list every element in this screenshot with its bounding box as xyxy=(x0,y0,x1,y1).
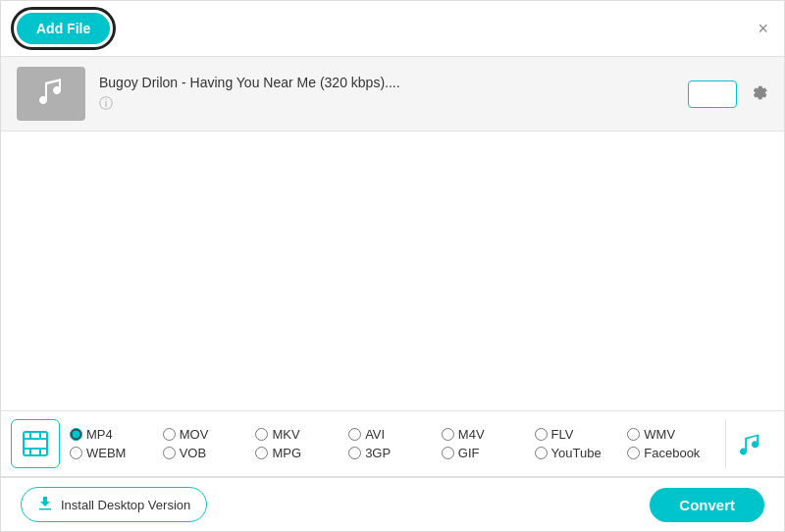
music-format-icon[interactable] xyxy=(725,419,774,468)
format-label-youtube: YouTube xyxy=(551,446,602,460)
file-actions xyxy=(688,80,768,108)
format-option-avi[interactable]: AVI xyxy=(348,427,442,442)
format-label-mpg: MPG xyxy=(272,446,301,460)
format-label-gif: GIF xyxy=(458,446,480,460)
format-radio-webm[interactable] xyxy=(70,447,82,459)
format-label-m4v: M4V xyxy=(458,427,485,442)
format-option-mp4[interactable]: MP4 xyxy=(70,427,163,442)
format-radio-mpg[interactable] xyxy=(255,447,268,459)
format-option-youtube[interactable]: YouTube xyxy=(535,446,628,460)
format-video-icon xyxy=(11,419,60,468)
format-option-vob[interactable]: VOB xyxy=(163,446,256,460)
info-icon[interactable]: ⓘ xyxy=(99,95,113,111)
format-option-flv[interactable]: FLV xyxy=(535,427,628,442)
format-option-mpg[interactable]: MPG xyxy=(255,446,348,460)
format-option-3gp[interactable]: 3GP xyxy=(348,446,442,460)
format-label-facebook: Facebook xyxy=(644,446,700,460)
format-label-vob: VOB xyxy=(180,446,206,460)
preview-button[interactable] xyxy=(688,80,737,108)
format-radio-mp4[interactable] xyxy=(70,428,82,441)
format-radio-mkv[interactable] xyxy=(255,428,268,441)
format-radio-vob[interactable] xyxy=(163,447,176,459)
format-options-grid: MP4 MOV MKV AVI M4V FLV WMV WEBM xyxy=(70,427,720,460)
format-label-avi: AVI xyxy=(365,427,385,442)
format-radio-avi[interactable] xyxy=(348,428,361,441)
format-option-wmv[interactable]: WMV xyxy=(627,427,720,442)
footer: Install Desktop Version Convert xyxy=(1,477,784,531)
format-option-mkv[interactable]: MKV xyxy=(255,427,348,442)
format-label-webm: WEBM xyxy=(86,446,126,460)
format-label-mkv: MKV xyxy=(272,427,299,442)
format-option-facebook[interactable]: Facebook xyxy=(627,446,720,460)
format-option-m4v[interactable]: M4V xyxy=(442,427,535,442)
file-row: Bugoy Drilon - Having You Near Me (320 k… xyxy=(1,57,784,132)
format-option-gif[interactable]: GIF xyxy=(442,446,535,460)
add-file-button[interactable]: Add File xyxy=(17,13,110,44)
format-option-mov[interactable]: MOV xyxy=(163,427,256,442)
format-radio-mov[interactable] xyxy=(163,428,176,441)
format-label-mov: MOV xyxy=(180,427,209,442)
svg-rect-0 xyxy=(24,432,47,455)
format-radio-gif[interactable] xyxy=(442,447,454,459)
format-label-wmv: WMV xyxy=(644,427,675,442)
format-bar: MP4 MOV MKV AVI M4V FLV WMV WEBM xyxy=(1,410,784,477)
download-icon xyxy=(37,495,53,514)
format-option-webm[interactable]: WEBM xyxy=(70,446,163,460)
close-button[interactable]: × xyxy=(758,19,768,39)
music-icon xyxy=(35,75,67,113)
format-radio-wmv[interactable] xyxy=(627,428,640,441)
format-label-mp4: MP4 xyxy=(86,427,113,442)
format-radio-flv[interactable] xyxy=(535,428,548,441)
main-content xyxy=(1,132,784,433)
format-radio-youtube[interactable] xyxy=(535,447,548,459)
file-thumbnail xyxy=(17,67,85,121)
format-label-flv: FLV xyxy=(551,427,574,442)
install-label: Install Desktop Version xyxy=(61,498,190,512)
format-radio-m4v[interactable] xyxy=(442,428,454,441)
convert-button[interactable]: Convert xyxy=(650,488,764,522)
format-radio-3gp[interactable] xyxy=(348,447,361,459)
file-name: Bugoy Drilon - Having You Near Me (320 k… xyxy=(99,75,688,90)
file-info: Bugoy Drilon - Having You Near Me (320 k… xyxy=(85,75,688,113)
header: Add File × xyxy=(1,1,784,57)
format-radio-facebook[interactable] xyxy=(627,447,640,459)
format-label-3gp: 3GP xyxy=(365,446,391,460)
settings-icon[interactable] xyxy=(749,81,768,106)
install-button[interactable]: Install Desktop Version xyxy=(21,487,207,522)
